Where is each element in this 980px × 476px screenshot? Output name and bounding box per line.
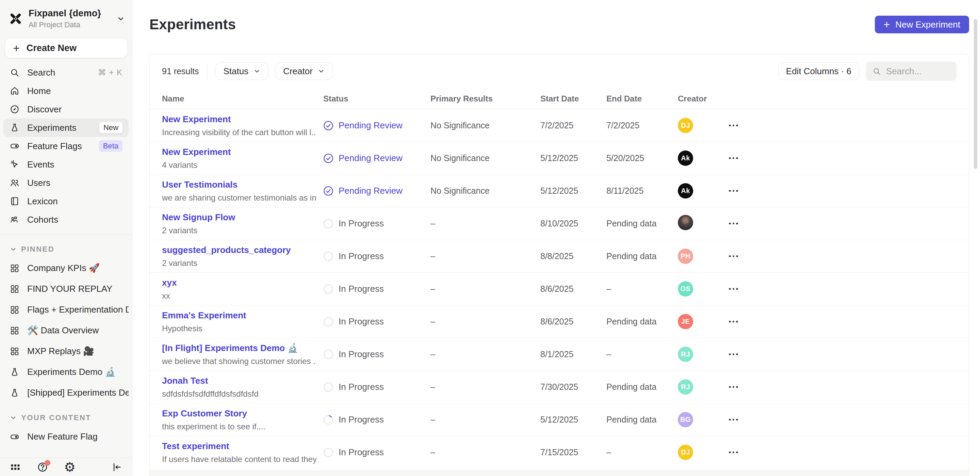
apps-grid-icon[interactable] <box>10 462 21 473</box>
sidebar-link-experiments-demo[interactable]: Experiments Demo 🔬 <box>3 362 129 382</box>
project-info: Fixpanel {demo} All Project Data <box>29 8 110 29</box>
end-date-cell: 8/11/2025 <box>606 186 678 196</box>
sidebar-item-events[interactable]: Events <box>3 155 129 174</box>
chevron-down-icon <box>318 67 325 75</box>
row-actions-button[interactable] <box>729 321 956 323</box>
avatar-PH[interactable]: PH <box>678 249 693 264</box>
avatar-RJ[interactable]: RJ <box>678 379 693 395</box>
sidebar-item-users[interactable]: Users <box>3 174 129 192</box>
experiment-link[interactable]: Emma's Experiment <box>162 310 317 321</box>
sidebar-link-flags-experimentation-demo[interactable]: Flags + Experimentation Demo , <box>3 299 129 320</box>
avatar-photo[interactable] <box>678 215 693 230</box>
avatar-Ak[interactable]: Ak <box>678 183 693 198</box>
avatar-OS[interactable]: OS <box>678 281 693 297</box>
filter-button-status[interactable]: Status <box>215 62 269 80</box>
start-date-cell: 8/6/2025 <box>540 284 606 294</box>
experiments-card: 91 results Status Creator Edit Columns ·… <box>150 54 969 476</box>
end-date-cell: – <box>606 284 678 294</box>
row-actions-button[interactable] <box>729 125 956 127</box>
row-actions-button[interactable] <box>729 157 956 159</box>
sidebar-item-discover[interactable]: Discover <box>3 100 129 118</box>
sidebar-link-new-feature-flag[interactable]: New Feature Flag <box>3 426 129 447</box>
primary-results-cell: No Significance <box>430 121 540 130</box>
creator-cell: PH <box>678 249 729 264</box>
sidebar-item-lexicon[interactable]: Lexicon <box>3 192 129 211</box>
project-switcher[interactable]: Fixpanel {demo} All Project Data <box>0 0 132 35</box>
sidebar-link-data-overview[interactable]: 🛠️ Data Overview <box>3 320 129 341</box>
sidebar-link-shipped-experiments-demo[interactable]: [Shipped] Experiments Demo 🖊️ <box>3 382 129 403</box>
sidebar-item-experiments[interactable]: Experiments New <box>3 118 129 137</box>
board-icon <box>10 305 20 315</box>
edit-columns-button[interactable]: Edit Columns · 6 <box>778 62 859 80</box>
board-icon <box>10 263 20 273</box>
avatar-DJ[interactable]: DJ <box>678 445 693 460</box>
avatar-JE[interactable]: JE <box>678 314 693 329</box>
sidebar-item-cohorts[interactable]: Cohorts <box>3 211 129 229</box>
help-icon[interactable] <box>37 462 48 473</box>
creator-cell: JE <box>678 314 729 329</box>
vertical-scrollbar-thumb[interactable] <box>974 19 977 169</box>
experiment-link[interactable]: New Signup Flow <box>162 212 317 223</box>
experiment-link[interactable]: New Experiment <box>162 147 317 157</box>
row-actions-button[interactable] <box>729 256 956 257</box>
table-row: xyx xx In Progress – 8/6/2025 – OS <box>150 273 969 305</box>
experiment-link[interactable]: xyx <box>162 278 317 288</box>
row-actions-button[interactable] <box>729 419 956 421</box>
sidebar-item-search[interactable]: Search ⌘ + K <box>3 63 129 82</box>
sidebar-link-mxp-replays[interactable]: MXP Replays 🎥 <box>3 341 129 362</box>
column-header[interactable]: End Date <box>606 94 678 104</box>
end-date-cell: Pending data <box>606 317 678 326</box>
column-header[interactable]: Creator <box>678 94 729 104</box>
your-content-section-header[interactable]: YOUR CONTENT <box>3 410 129 426</box>
filter-button-creator[interactable]: Creator <box>275 62 333 80</box>
row-actions-button[interactable] <box>729 190 956 192</box>
sidebar-item-label: Feature Flags <box>27 141 82 152</box>
experiment-link[interactable]: Jonah Test <box>162 375 317 386</box>
your-content-list: New Feature Flag <box>3 426 129 447</box>
sidebar-item-home[interactable]: Home <box>3 82 129 100</box>
page-title: Experiments <box>150 16 236 33</box>
new-experiment-button[interactable]: + New Experiment <box>875 16 969 34</box>
column-header[interactable]: Name <box>162 94 323 104</box>
row-actions-button[interactable] <box>729 288 956 290</box>
home-icon <box>10 86 20 96</box>
gear-icon[interactable]: ⚙ <box>64 462 76 473</box>
pinned-section-header[interactable]: PINNED <box>3 241 129 258</box>
row-actions-button[interactable] <box>729 353 956 355</box>
nav-badge: Beta <box>99 140 123 152</box>
sidebar-link-find-your-replay[interactable]: FIND YOUR REPLAY <box>3 278 129 299</box>
avatar-RJ[interactable]: RJ <box>678 347 693 362</box>
status-label: In Progress <box>339 447 384 458</box>
column-header[interactable]: Start Date <box>540 94 606 104</box>
primary-results-cell: – <box>430 382 540 392</box>
avatar-BG[interactable]: BG <box>678 412 693 427</box>
experiment-link[interactable]: [In Flight] Experiments Demo 🔬 <box>162 343 317 353</box>
end-date-cell: – <box>606 447 678 457</box>
experiment-link[interactable]: Test experiment <box>162 441 317 452</box>
experiment-link[interactable]: Exp Customer Story <box>162 408 317 419</box>
creator-cell: Ak <box>678 183 729 198</box>
avatar-DJ[interactable]: DJ <box>678 118 693 133</box>
row-actions-button[interactable] <box>729 223 956 225</box>
experiment-link[interactable]: suggested_products_category <box>162 245 317 256</box>
keyboard-shortcut: ⌘ + K <box>98 68 123 77</box>
collapse-sidebar-icon[interactable] <box>111 462 123 473</box>
create-new-button[interactable]: + Create New <box>5 38 127 58</box>
avatar-Ak[interactable]: Ak <box>678 150 693 166</box>
column-header[interactable]: Primary Results <box>430 94 540 104</box>
sidebar-link-company-kpis[interactable]: Company KPIs 🚀 <box>3 258 129 278</box>
creator-cell: BG <box>678 412 729 427</box>
status-cell: Pending Review <box>323 153 430 163</box>
search-input[interactable] <box>886 66 950 77</box>
experiment-link[interactable]: User Testimonials <box>162 179 317 190</box>
experiment-link[interactable]: New Experiment <box>162 114 317 125</box>
table-row: Test experiment If users have relatable … <box>150 436 969 469</box>
project-subtitle: All Project Data <box>29 21 110 29</box>
sidebar-link-label: [Shipped] Experiments Demo 🖊️ <box>27 388 129 398</box>
status-label: Pending Review <box>339 120 402 131</box>
section-title: YOUR CONTENT <box>21 413 91 422</box>
sidebar-item-feature-flags[interactable]: Feature Flags Beta <box>3 137 129 155</box>
row-actions-button[interactable] <box>729 452 956 454</box>
column-header[interactable]: Status <box>323 94 430 104</box>
row-actions-button[interactable] <box>729 386 956 388</box>
